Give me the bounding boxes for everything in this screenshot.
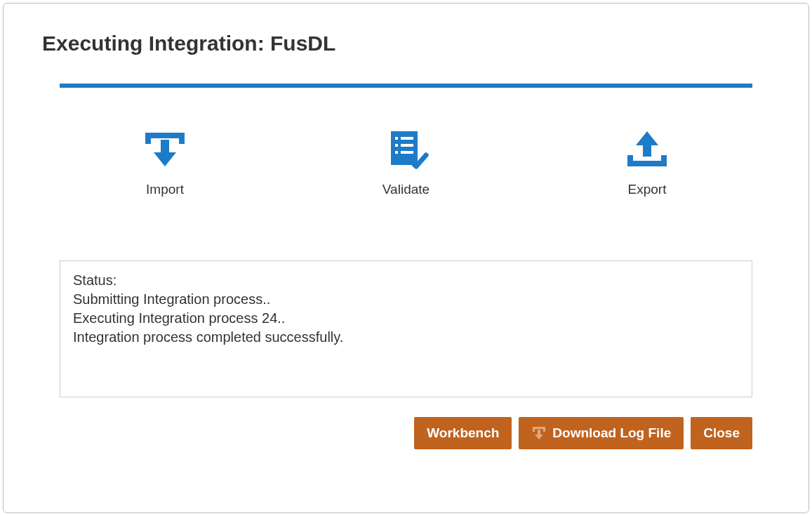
step-import: Import	[116, 130, 214, 197]
progress-bar	[60, 84, 752, 88]
download-log-label: Download Log File	[552, 425, 671, 441]
status-box: Status: Submitting Integration process..…	[60, 260, 752, 397]
step-validate-label: Validate	[382, 182, 430, 197]
svg-rect-8	[395, 144, 398, 147]
step-export: Export	[598, 130, 696, 197]
status-line: Executing Integration process 24..	[73, 309, 739, 328]
svg-rect-10	[395, 151, 398, 154]
svg-marker-21	[535, 435, 543, 439]
step-export-label: Export	[628, 182, 667, 197]
svg-rect-0	[145, 133, 185, 138]
svg-rect-20	[538, 430, 540, 435]
svg-rect-5	[391, 131, 418, 165]
button-row: Workbench Download Log File Close	[42, 417, 770, 449]
svg-marker-4	[154, 152, 176, 166]
step-import-label: Import	[146, 182, 184, 197]
svg-rect-13	[643, 144, 651, 157]
import-icon	[142, 130, 187, 169]
export-icon	[625, 130, 670, 169]
svg-rect-3	[161, 140, 169, 154]
svg-rect-19	[543, 427, 545, 432]
svg-rect-9	[401, 144, 413, 147]
status-line: Integration process completed successful…	[73, 328, 739, 347]
svg-rect-6	[395, 137, 398, 140]
download-log-button[interactable]: Download Log File	[519, 417, 684, 449]
workbench-button[interactable]: Workbench	[414, 417, 512, 449]
svg-rect-16	[627, 161, 667, 166]
status-line: Submitting Integration process..	[73, 290, 739, 309]
progress-area: Import Validate	[42, 84, 770, 197]
svg-rect-18	[533, 427, 535, 432]
dialog-title: Executing Integration: FusDL	[42, 32, 770, 55]
svg-marker-12	[636, 131, 658, 145]
svg-rect-2	[179, 133, 185, 144]
steps-row: Import Validate	[60, 130, 752, 197]
download-icon	[531, 425, 547, 441]
integration-dialog: Executing Integration: FusDL Import	[3, 3, 809, 513]
validate-icon	[384, 130, 429, 169]
step-validate: Validate	[357, 130, 455, 197]
svg-rect-1	[145, 133, 151, 144]
close-button[interactable]: Close	[691, 417, 752, 449]
svg-rect-7	[401, 137, 413, 140]
svg-rect-11	[401, 151, 413, 154]
status-header: Status:	[73, 271, 739, 290]
